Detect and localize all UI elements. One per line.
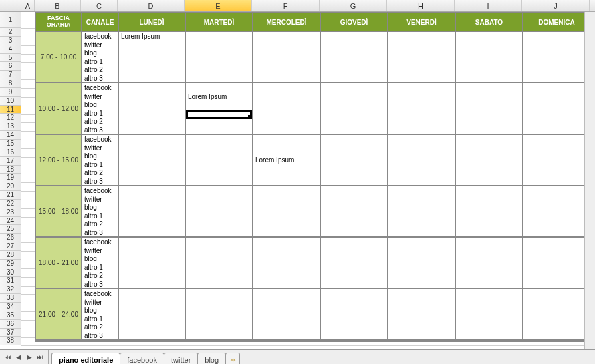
row-header-16[interactable]: 16 — [0, 148, 21, 157]
cell-5-VENERDÌ[interactable] — [388, 289, 456, 341]
row-header-1[interactable]: 1 — [0, 12, 21, 28]
row-header-17[interactable]: 17 — [0, 157, 21, 166]
channels-1[interactable]: facebooktwitterblogaltro 1altro 2altro 3 — [82, 83, 119, 135]
cell-3-DOMENICA[interactable] — [523, 186, 591, 238]
row-header-27[interactable]: 27 — [0, 242, 21, 251]
row-header-29[interactable]: 29 — [0, 260, 21, 268]
row-header-8[interactable]: 8 — [0, 79, 21, 88]
row-header-21[interactable]: 21 — [0, 191, 21, 200]
cell-0-VENERDÌ[interactable] — [388, 32, 456, 83]
cell-3-GIOVEDÌ[interactable] — [321, 186, 388, 238]
row-header-22[interactable]: 22 — [0, 200, 21, 208]
cell-2-GIOVEDÌ[interactable] — [321, 135, 388, 186]
tab-last-icon[interactable]: ⏭ — [36, 353, 44, 361]
sheet-tab-piano-editoriale[interactable]: piano editoriale — [51, 353, 120, 364]
row-header-20[interactable]: 20 — [0, 182, 21, 191]
row-header-32[interactable]: 32 — [0, 285, 21, 294]
row-header-23[interactable]: 23 — [0, 208, 21, 217]
cell-2-MERCOLEDÌ[interactable]: Lorem Ipsum — [253, 135, 321, 186]
row-header-13[interactable]: 13 — [0, 122, 21, 131]
cell-4-SABATO[interactable] — [456, 238, 523, 289]
cell-3-MARTEDÌ[interactable] — [186, 186, 253, 238]
worksheet-grid[interactable]: FASCIA ORARIA CANALE LUNEDÌ MARTEDÌ MERC… — [21, 12, 595, 339]
cell-5-LUNEDÌ[interactable] — [119, 289, 186, 341]
cell-4-DOMENICA[interactable] — [523, 238, 591, 289]
col-header-C[interactable]: C — [81, 0, 118, 11]
cell-0-DOMENICA[interactable] — [523, 32, 591, 83]
vertical-scrollbar[interactable] — [584, 12, 595, 349]
row-header-3[interactable]: 3 — [0, 37, 21, 45]
row-header-36[interactable]: 36 — [0, 320, 21, 329]
cell-1-DOMENICA[interactable] — [523, 83, 591, 135]
row-header-38[interactable]: 38 — [0, 337, 21, 345]
cell-4-GIOVEDÌ[interactable] — [321, 238, 388, 289]
col-header-I[interactable]: I — [455, 0, 522, 11]
cell-5-GIOVEDÌ[interactable] — [321, 289, 388, 341]
cell-2-DOMENICA[interactable] — [523, 135, 591, 186]
col-header-A[interactable]: A — [21, 0, 35, 11]
cell-1-GIOVEDÌ[interactable] — [321, 83, 388, 135]
row-header-37[interactable]: 37 — [0, 329, 21, 337]
cell-1-MERCOLEDÌ[interactable] — [253, 83, 321, 135]
timeslot-3[interactable]: 15.00 - 18.00 — [36, 186, 82, 238]
row-header-19[interactable]: 19 — [0, 174, 21, 182]
channels-5[interactable]: facebooktwitterblogaltro 1altro 2altro 3 — [82, 289, 119, 341]
cell-5-MARTEDÌ[interactable] — [186, 289, 253, 341]
channels-2[interactable]: facebooktwitterblogaltro 1altro 2altro 3 — [82, 135, 119, 186]
cell-3-MERCOLEDÌ[interactable] — [253, 186, 321, 238]
cell-1-VENERDÌ[interactable] — [388, 83, 456, 135]
row-header-6[interactable]: 6 — [0, 62, 21, 71]
cell-0-MARTEDÌ[interactable] — [186, 32, 253, 83]
col-header-J[interactable]: J — [522, 0, 590, 11]
col-header-B[interactable]: B — [35, 0, 81, 11]
channels-3[interactable]: facebooktwitterblogaltro 1altro 2altro 3 — [82, 186, 119, 238]
row-header-4[interactable]: 4 — [0, 45, 21, 54]
row-header-35[interactable]: 35 — [0, 311, 21, 320]
col-header-D[interactable]: D — [118, 0, 185, 11]
row-header-10[interactable]: 10 — [0, 97, 21, 106]
cell-1-LUNEDÌ[interactable] — [119, 83, 186, 135]
cell-4-LUNEDÌ[interactable] — [119, 238, 186, 289]
channels-4[interactable]: facebooktwitterblogaltro 1altro 2altro 3 — [82, 238, 119, 289]
row-header-34[interactable]: 34 — [0, 303, 21, 311]
row-header-30[interactable]: 30 — [0, 268, 21, 277]
timeslot-1[interactable]: 10.00 - 12.00 — [36, 83, 82, 135]
cell-1-MARTEDÌ[interactable]: Lorem Ipsum — [186, 83, 253, 135]
timeslot-2[interactable]: 12.00 - 15.00 — [36, 135, 82, 186]
sheet-tab-twitter[interactable]: twitter — [164, 353, 198, 364]
cell-4-MERCOLEDÌ[interactable] — [253, 238, 321, 289]
row-header-26[interactable]: 26 — [0, 234, 21, 242]
cell-2-SABATO[interactable] — [456, 135, 523, 186]
row-header-12[interactable]: 12 — [0, 114, 21, 122]
timeslot-5[interactable]: 21.00 - 24.00 — [36, 289, 82, 341]
cell-2-VENERDÌ[interactable] — [388, 135, 456, 186]
row-header-9[interactable]: 9 — [0, 88, 21, 97]
row-header-33[interactable]: 33 — [0, 294, 21, 303]
row-header-18[interactable]: 18 — [0, 166, 21, 174]
row-header-7[interactable]: 7 — [0, 71, 21, 79]
cell-3-VENERDÌ[interactable] — [388, 186, 456, 238]
col-header-H[interactable]: H — [387, 0, 455, 11]
cell-0-SABATO[interactable] — [456, 32, 523, 83]
row-header-11[interactable]: 11 — [0, 106, 21, 114]
cell-1-SABATO[interactable] — [456, 83, 523, 135]
col-header-G[interactable]: G — [320, 0, 387, 11]
timeslot-4[interactable]: 18.00 - 21.00 — [36, 238, 82, 289]
col-header-F[interactable]: F — [252, 0, 320, 11]
row-header-2[interactable]: 2 — [0, 28, 21, 37]
sheet-tab-blog[interactable]: blog — [197, 353, 226, 364]
row-header-28[interactable]: 28 — [0, 251, 21, 260]
row-header-25[interactable]: 25 — [0, 225, 21, 234]
cell-3-SABATO[interactable] — [456, 186, 523, 238]
tab-first-icon[interactable]: ⏮ — [4, 353, 12, 361]
cell-4-MARTEDÌ[interactable] — [186, 238, 253, 289]
row-header-14[interactable]: 14 — [0, 131, 21, 140]
row-header-15[interactable]: 15 — [0, 140, 21, 148]
cell-0-LUNEDÌ[interactable]: Lorem Ipsum — [119, 32, 186, 83]
cell-5-DOMENICA[interactable] — [523, 289, 591, 341]
sheet-tab-facebook[interactable]: facebook — [120, 353, 164, 364]
channels-0[interactable]: facebooktwitterblogaltro 1altro 2altro 3 — [82, 32, 119, 83]
select-all-corner[interactable] — [0, 0, 21, 12]
row-header-31[interactable]: 31 — [0, 277, 21, 285]
cell-4-VENERDÌ[interactable] — [388, 238, 456, 289]
